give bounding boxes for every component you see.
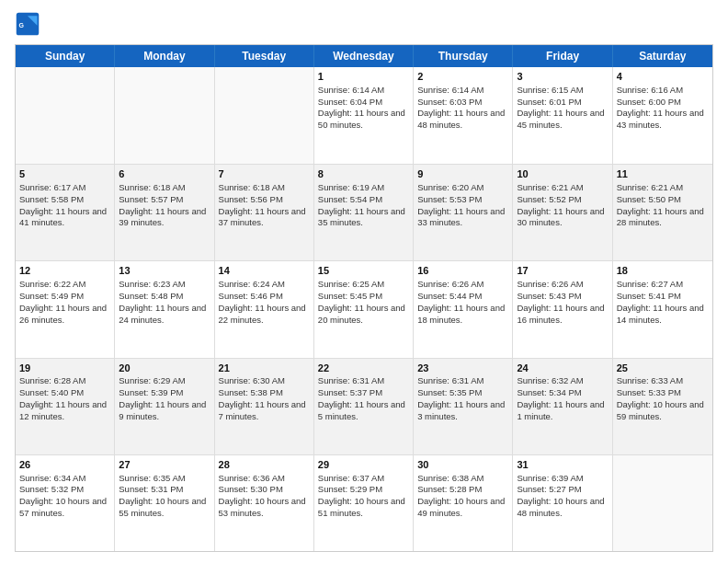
sunset-text: Sunset: 5:45 PM bbox=[318, 291, 409, 303]
weekday-header: Tuesday bbox=[215, 45, 314, 67]
daylight-text: Daylight: 11 hours and 33 minutes. bbox=[417, 206, 508, 230]
sunset-text: Sunset: 5:56 PM bbox=[219, 194, 310, 206]
daylight-text: Daylight: 11 hours and 5 minutes. bbox=[318, 399, 409, 423]
day-number: 6 bbox=[119, 167, 210, 181]
sunrise-text: Sunrise: 6:31 AM bbox=[417, 375, 508, 387]
daylight-text: Daylight: 10 hours and 57 minutes. bbox=[19, 496, 110, 520]
sunrise-text: Sunrise: 6:36 AM bbox=[219, 473, 310, 485]
day-number: 10 bbox=[517, 167, 608, 181]
sunset-text: Sunset: 5:52 PM bbox=[517, 194, 608, 206]
sunrise-text: Sunrise: 6:30 AM bbox=[219, 375, 310, 387]
daylight-text: Daylight: 10 hours and 51 minutes. bbox=[318, 496, 409, 520]
daylight-text: Daylight: 11 hours and 37 minutes. bbox=[219, 206, 310, 230]
calendar-row: 5Sunrise: 6:17 AMSunset: 5:58 PMDaylight… bbox=[16, 164, 712, 260]
weekday-header: Saturday bbox=[613, 45, 712, 67]
calendar-row: 19Sunrise: 6:28 AMSunset: 5:40 PMDayligh… bbox=[16, 358, 712, 454]
weekday-header: Friday bbox=[513, 45, 612, 67]
sunrise-text: Sunrise: 6:26 AM bbox=[517, 279, 608, 291]
sunset-text: Sunset: 5:31 PM bbox=[119, 484, 210, 496]
day-number: 22 bbox=[318, 362, 409, 375]
day-number: 9 bbox=[417, 167, 508, 181]
day-number: 24 bbox=[517, 362, 608, 375]
calendar-cell: 19Sunrise: 6:28 AMSunset: 5:40 PMDayligh… bbox=[16, 359, 115, 454]
sunrise-text: Sunrise: 6:19 AM bbox=[318, 182, 409, 194]
sunrise-text: Sunrise: 6:20 AM bbox=[417, 182, 508, 194]
day-number: 16 bbox=[417, 264, 508, 278]
calendar-cell: 12Sunrise: 6:22 AMSunset: 5:49 PMDayligh… bbox=[16, 261, 115, 357]
daylight-text: Daylight: 11 hours and 48 minutes. bbox=[417, 108, 508, 132]
day-number: 11 bbox=[617, 167, 709, 181]
day-number: 20 bbox=[119, 362, 210, 375]
sunset-text: Sunset: 5:53 PM bbox=[417, 194, 508, 206]
calendar-cell bbox=[215, 67, 314, 164]
sunset-text: Sunset: 5:54 PM bbox=[318, 194, 409, 206]
sunset-text: Sunset: 5:41 PM bbox=[617, 291, 709, 303]
day-number: 15 bbox=[318, 264, 409, 278]
weekday-header: Thursday bbox=[414, 45, 513, 67]
sunset-text: Sunset: 5:44 PM bbox=[417, 291, 508, 303]
daylight-text: Daylight: 11 hours and 50 minutes. bbox=[318, 108, 409, 132]
sunset-text: Sunset: 5:35 PM bbox=[417, 387, 508, 399]
sunrise-text: Sunrise: 6:25 AM bbox=[318, 279, 409, 291]
sunrise-text: Sunrise: 6:26 AM bbox=[417, 279, 508, 291]
sunrise-text: Sunrise: 6:18 AM bbox=[119, 182, 210, 194]
daylight-text: Daylight: 11 hours and 1 minute. bbox=[517, 399, 608, 423]
calendar-cell: 11Sunrise: 6:21 AMSunset: 5:50 PMDayligh… bbox=[613, 165, 712, 260]
sunset-text: Sunset: 5:38 PM bbox=[219, 387, 310, 399]
daylight-text: Daylight: 10 hours and 49 minutes. bbox=[417, 496, 508, 520]
calendar-cell: 13Sunrise: 6:23 AMSunset: 5:48 PMDayligh… bbox=[115, 261, 214, 357]
daylight-text: Daylight: 10 hours and 59 minutes. bbox=[617, 399, 709, 423]
sunrise-text: Sunrise: 6:23 AM bbox=[119, 279, 210, 291]
calendar-cell: 4Sunrise: 6:16 AMSunset: 6:00 PMDaylight… bbox=[613, 67, 712, 164]
weekday-header: Sunday bbox=[16, 45, 115, 67]
day-number: 30 bbox=[417, 458, 508, 472]
day-number: 1 bbox=[318, 70, 409, 84]
calendar-cell: 26Sunrise: 6:34 AMSunset: 5:32 PMDayligh… bbox=[16, 455, 115, 551]
sunrise-text: Sunrise: 6:22 AM bbox=[19, 279, 110, 291]
daylight-text: Daylight: 11 hours and 41 minutes. bbox=[19, 206, 110, 230]
calendar-cell: 2Sunrise: 6:14 AMSunset: 6:03 PMDaylight… bbox=[414, 67, 513, 164]
sunrise-text: Sunrise: 6:33 AM bbox=[617, 375, 709, 387]
day-number: 3 bbox=[517, 70, 608, 84]
calendar-cell: 25Sunrise: 6:33 AMSunset: 5:33 PMDayligh… bbox=[613, 359, 712, 454]
sunrise-text: Sunrise: 6:15 AM bbox=[517, 85, 608, 97]
logo-icon: G bbox=[15, 11, 40, 37]
calendar-cell: 21Sunrise: 6:30 AMSunset: 5:38 PMDayligh… bbox=[215, 359, 314, 454]
day-number: 4 bbox=[617, 70, 709, 84]
daylight-text: Daylight: 11 hours and 20 minutes. bbox=[318, 303, 409, 327]
daylight-text: Daylight: 11 hours and 45 minutes. bbox=[517, 108, 608, 132]
sunset-text: Sunset: 6:01 PM bbox=[517, 97, 608, 109]
sunrise-text: Sunrise: 6:34 AM bbox=[19, 473, 110, 485]
sunset-text: Sunset: 5:57 PM bbox=[119, 194, 210, 206]
calendar-cell: 9Sunrise: 6:20 AMSunset: 5:53 PMDaylight… bbox=[414, 165, 513, 260]
calendar-cell: 18Sunrise: 6:27 AMSunset: 5:41 PMDayligh… bbox=[613, 261, 712, 357]
sunrise-text: Sunrise: 6:37 AM bbox=[318, 473, 409, 485]
calendar-cell: 17Sunrise: 6:26 AMSunset: 5:43 PMDayligh… bbox=[513, 261, 612, 357]
calendar-cell: 28Sunrise: 6:36 AMSunset: 5:30 PMDayligh… bbox=[215, 455, 314, 551]
sunrise-text: Sunrise: 6:32 AM bbox=[517, 375, 608, 387]
calendar-row: 1Sunrise: 6:14 AMSunset: 6:04 PMDaylight… bbox=[16, 67, 712, 164]
calendar-cell bbox=[16, 67, 115, 164]
day-number: 14 bbox=[219, 264, 310, 278]
calendar-row: 12Sunrise: 6:22 AMSunset: 5:49 PMDayligh… bbox=[16, 260, 712, 357]
sunrise-text: Sunrise: 6:21 AM bbox=[617, 182, 709, 194]
daylight-text: Daylight: 11 hours and 22 minutes. bbox=[219, 303, 310, 327]
day-number: 25 bbox=[617, 362, 709, 375]
weekday-header: Wednesday bbox=[314, 45, 414, 67]
calendar-body: 1Sunrise: 6:14 AMSunset: 6:04 PMDaylight… bbox=[16, 67, 712, 551]
calendar-cell: 15Sunrise: 6:25 AMSunset: 5:45 PMDayligh… bbox=[314, 261, 414, 357]
calendar-cell: 24Sunrise: 6:32 AMSunset: 5:34 PMDayligh… bbox=[513, 359, 612, 454]
sunset-text: Sunset: 6:04 PM bbox=[318, 97, 409, 109]
sunset-text: Sunset: 5:30 PM bbox=[219, 484, 310, 496]
daylight-text: Daylight: 11 hours and 18 minutes. bbox=[417, 303, 508, 327]
sunset-text: Sunset: 5:37 PM bbox=[318, 387, 409, 399]
daylight-text: Daylight: 11 hours and 12 minutes. bbox=[19, 399, 110, 423]
sunset-text: Sunset: 5:39 PM bbox=[119, 387, 210, 399]
day-number: 13 bbox=[119, 264, 210, 278]
day-number: 21 bbox=[219, 362, 310, 375]
sunrise-text: Sunrise: 6:27 AM bbox=[617, 279, 709, 291]
sunset-text: Sunset: 5:49 PM bbox=[19, 291, 110, 303]
day-number: 12 bbox=[19, 264, 110, 278]
calendar-cell: 27Sunrise: 6:35 AMSunset: 5:31 PMDayligh… bbox=[115, 455, 214, 551]
sunrise-text: Sunrise: 6:39 AM bbox=[517, 473, 608, 485]
